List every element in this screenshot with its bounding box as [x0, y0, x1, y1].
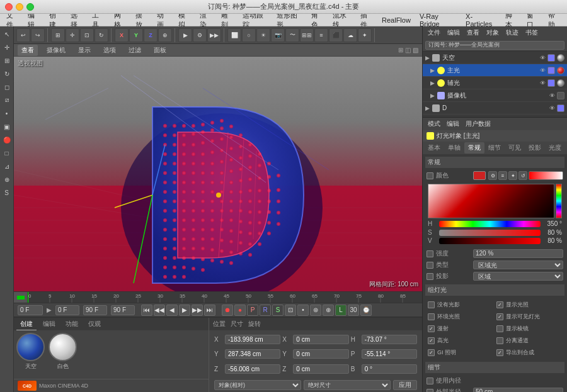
- cube-btn[interactable]: ⬜: [227, 28, 241, 42]
- redo-button[interactable]: ↪: [31, 28, 45, 42]
- s-slider[interactable]: [439, 230, 541, 236]
- param-key-btn[interactable]: ⊡: [285, 305, 296, 316]
- menu-xpart[interactable]: X-Particles: [462, 12, 500, 28]
- tool-mirror[interactable]: ⊿: [1, 160, 13, 172]
- scene-menu-bookmark[interactable]: 书签: [523, 28, 541, 38]
- prop-tab-detail[interactable]: 细节: [484, 142, 505, 154]
- bl-tab-watch[interactable]: 仅观: [84, 318, 105, 330]
- pos-key-btn[interactable]: P: [247, 305, 258, 316]
- prop-tab-visible[interactable]: 可见: [505, 142, 525, 154]
- rot-h-value[interactable]: -73.07 °: [362, 335, 417, 344]
- record-btn[interactable]: ⏺: [222, 305, 233, 316]
- deform-btn[interactable]: 〜: [285, 28, 299, 42]
- separate-channel-check[interactable]: [496, 337, 503, 344]
- play-fwd-btn[interactable]: ▶: [179, 305, 190, 316]
- scene-item-camera[interactable]: ▶ 摄像机 👁: [423, 89, 567, 102]
- color-reset-btn[interactable]: ↺: [518, 171, 527, 180]
- sky-enable-check[interactable]: [547, 54, 555, 62]
- prop-tab-photometry[interactable]: 光度: [545, 142, 565, 154]
- filllight-enable-check[interactable]: [547, 79, 555, 87]
- end-frame-input[interactable]: [83, 305, 107, 315]
- tool-snap[interactable]: 🔴: [1, 133, 13, 146]
- ambient-check[interactable]: [428, 313, 435, 320]
- play-rev-btn[interactable]: ◀: [166, 305, 178, 316]
- gi-check[interactable]: [428, 349, 435, 356]
- intensity-value[interactable]: 120 %: [473, 249, 563, 258]
- sky-btn[interactable]: ☁: [343, 28, 357, 42]
- tool-edge[interactable]: ⧄: [1, 94, 13, 106]
- mainlight-enable-check[interactable]: [547, 67, 555, 74]
- scene-item-ground[interactable]: ▶ 地面 👁: [423, 115, 567, 117]
- props-menu-mode[interactable]: 模式: [425, 119, 443, 129]
- y-axis-btn[interactable]: Y: [129, 28, 143, 42]
- rotate-btn[interactable]: ↻: [94, 28, 108, 42]
- apply-button[interactable]: 应用: [393, 380, 417, 390]
- x-axis-btn[interactable]: X: [115, 28, 129, 42]
- move-btn[interactable]: ✛: [66, 28, 79, 42]
- size-x-value[interactable]: 0 cm: [293, 335, 348, 344]
- vp-tab-display[interactable]: 显示: [74, 45, 94, 56]
- render-active-btn[interactable]: ▶▶: [207, 28, 221, 42]
- scene-menu-file[interactable]: 文件: [425, 28, 443, 38]
- start-frame-input[interactable]: [55, 305, 79, 315]
- tool-poly[interactable]: ◻: [1, 81, 13, 93]
- diffuse-check[interactable]: [428, 325, 435, 332]
- shadow-enable[interactable]: [427, 273, 433, 280]
- scene-item-sky[interactable]: ▶ 天空 👁: [423, 52, 567, 64]
- h-slider[interactable]: [439, 221, 541, 227]
- scene-search-input[interactable]: [425, 41, 564, 50]
- layer-btn[interactable]: L: [335, 305, 346, 316]
- pos-x-value[interactable]: -183.998 cm: [225, 335, 280, 344]
- pos-y-value[interactable]: 287.348 cm: [225, 349, 280, 359]
- pla-key-btn[interactable]: ⊛: [310, 305, 321, 316]
- point-key-btn[interactable]: •: [297, 305, 309, 316]
- menu-realflow[interactable]: RealFlow: [378, 16, 415, 25]
- scale-btn[interactable]: ⊡: [80, 28, 94, 42]
- sphere-btn[interactable]: ○: [242, 28, 256, 42]
- scene-menu-object[interactable]: 对象: [484, 28, 501, 38]
- timeline-ruler[interactable]: 0 5 10 15 20 25 30 35 40 45 50 55: [14, 291, 422, 303]
- vp-tab-view[interactable]: 查看: [18, 45, 38, 56]
- world-btn[interactable]: ⊕: [158, 28, 172, 42]
- tool-move[interactable]: ✛: [1, 41, 13, 53]
- scene-menu-view[interactable]: 查看: [464, 28, 482, 38]
- shadow-dropdown[interactable]: 区域 无 阴影贴图: [473, 272, 563, 281]
- color-dropper-btn[interactable]: ✦: [508, 171, 517, 180]
- color-gradient-btn[interactable]: ≡: [498, 171, 507, 180]
- vp-tab-options[interactable]: 选项: [100, 45, 120, 56]
- z-axis-btn[interactable]: Z: [144, 28, 158, 42]
- bl-tab-create[interactable]: 创建: [16, 318, 37, 330]
- material-sky[interactable]: 天空: [16, 333, 45, 376]
- close-button[interactable]: [5, 3, 13, 11]
- effect-btn[interactable]: ✦: [358, 28, 372, 42]
- scl-key-btn[interactable]: S: [272, 305, 284, 316]
- rot-b-value[interactable]: 0 °: [362, 364, 417, 374]
- props-menu-edit[interactable]: 编辑: [444, 119, 462, 129]
- ground-enable-check[interactable]: [557, 117, 564, 118]
- render-prev-btn[interactable]: ▶: [178, 28, 192, 42]
- camera-btn[interactable]: 📷: [271, 28, 285, 42]
- prop-tab-shadow[interactable]: 投影: [525, 142, 545, 154]
- scene-item-mainlight[interactable]: ▶ 主光 👁: [423, 64, 567, 77]
- color-enable-check[interactable]: [427, 172, 433, 179]
- tool-select[interactable]: ↖: [1, 28, 13, 40]
- type-enable[interactable]: [427, 262, 433, 269]
- hue-vertical-slider[interactable]: [556, 184, 562, 218]
- motion-key-btn[interactable]: ⊕: [323, 305, 334, 316]
- maximize-button[interactable]: [26, 3, 34, 11]
- floor-btn[interactable]: ⬛: [329, 28, 343, 42]
- tool-coord[interactable]: ⊕: [1, 173, 13, 186]
- light-btn[interactable]: ☀: [256, 28, 270, 42]
- go-end-btn[interactable]: ⏭: [204, 305, 215, 316]
- bl-tab-function[interactable]: 功能: [62, 318, 82, 330]
- prop-tab-single[interactable]: 单轴: [444, 142, 464, 154]
- size-y-value[interactable]: 0 cm: [293, 349, 348, 359]
- v-slider[interactable]: [439, 238, 541, 244]
- outer-radius-value[interactable]: 50 cm: [473, 388, 563, 392]
- scene-menu-edit[interactable]: 编辑: [445, 28, 462, 38]
- tool-rotate[interactable]: ↻: [1, 67, 13, 80]
- current-frame-input[interactable]: [18, 305, 43, 315]
- go-prev-key-btn[interactable]: ◀◀: [154, 305, 165, 316]
- scene-menu-track[interactable]: 轨迹: [503, 28, 521, 38]
- material-white[interactable]: 白色: [49, 333, 77, 376]
